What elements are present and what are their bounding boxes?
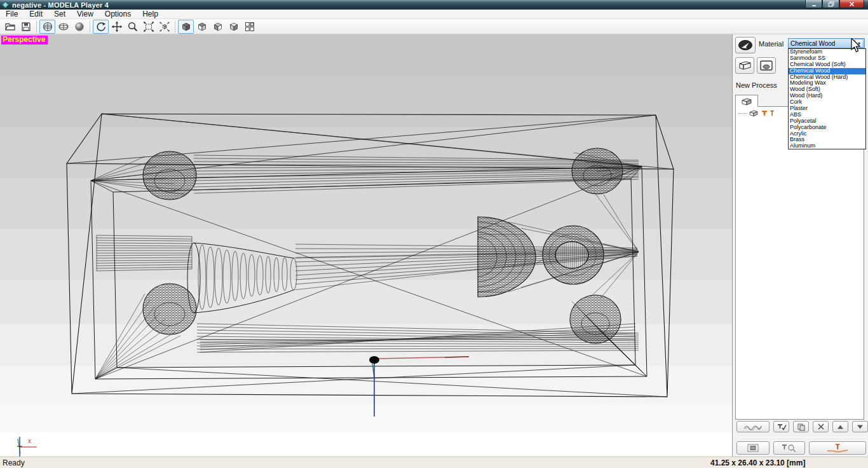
dome-feature (478, 217, 536, 297)
wireframe-view-button[interactable] (39, 20, 55, 34)
cube-view-2-icon (196, 21, 208, 32)
status-message: Ready (3, 458, 25, 467)
app-icon (2, 1, 9, 8)
toolbar-separator (175, 21, 175, 32)
menu-item[interactable]: Options (99, 10, 137, 19)
rotate-icon (95, 21, 107, 32)
panel-divider (735, 437, 865, 437)
menu-item[interactable]: File (0, 10, 24, 19)
app-window: negative - MODELA Player 4 File Edit Set… (0, 0, 868, 468)
model-dimensions: 41.25 x 26.40 x 23.10 [mm] (710, 458, 805, 467)
pan-view-button[interactable] (109, 20, 125, 34)
cube-view-4-icon (228, 21, 240, 32)
corner-cylinder-top-right (572, 148, 623, 194)
multi-view-icon (244, 21, 255, 32)
torus-feature (543, 226, 604, 284)
tool-detail-button[interactable] (773, 441, 805, 455)
material-option[interactable]: Aluminum (789, 143, 865, 149)
origin-setup-button[interactable] (757, 57, 776, 74)
menu-item[interactable]: Edit (24, 10, 48, 19)
open-button[interactable] (2, 20, 18, 34)
start-cutting-icon (825, 443, 850, 453)
save-icon (20, 21, 32, 32)
funnel-throat-lines (97, 235, 192, 271)
menu-item[interactable]: View (71, 10, 99, 19)
wireframe-globe-icon (42, 21, 53, 32)
toolpath-button[interactable] (736, 421, 770, 432)
shaded-sphere-icon (74, 21, 85, 32)
iso-view-2-button[interactable] (194, 20, 210, 34)
window-title: negative - MODELA Player 4 (12, 1, 109, 9)
save-button[interactable] (18, 20, 34, 34)
magnifier-icon (127, 21, 139, 32)
close-icon (849, 1, 855, 7)
zoom-view-button[interactable] (125, 20, 140, 34)
process-tab-cube-icon (741, 97, 752, 106)
preview-icon (747, 443, 759, 453)
tool-detail-icon (781, 443, 797, 453)
model-cube-icon (749, 109, 759, 117)
multi-window-view-button[interactable] (241, 20, 257, 34)
origin-marker (369, 356, 469, 416)
move-down-button[interactable] (852, 421, 868, 432)
title-bar[interactable]: negative - MODELA Player 4 (0, 0, 868, 10)
output-toolbar (733, 441, 868, 455)
process-tree[interactable]: T (735, 106, 864, 420)
origin-setup-icon (759, 60, 773, 71)
wireframe-model: x (0, 34, 732, 457)
material-value: Chemical Wood (789, 40, 855, 47)
zoom-part-view-button[interactable] (156, 20, 172, 34)
open-icon (4, 21, 16, 32)
fit-icon (143, 21, 154, 32)
cube-view-1-icon (180, 21, 192, 32)
rotate-view-button[interactable] (93, 20, 109, 34)
tool-check-icon (776, 423, 787, 431)
maximize-icon (828, 1, 834, 7)
toolbar (0, 19, 868, 34)
menu-item[interactable]: Set (48, 10, 71, 19)
move-up-icon (837, 424, 844, 430)
status-bar: Ready 41.25 x 26.40 x 23.10 [mm] (0, 457, 868, 468)
toolbar-separator (90, 21, 90, 32)
hidden-line-globe-icon (58, 21, 69, 32)
iso-view-3-button[interactable] (210, 20, 226, 34)
start-cutting-button[interactable] (809, 441, 866, 455)
material-dropdown-list[interactable]: Styrenefoam Sanmodur SS Chemical Wood (S… (788, 48, 866, 149)
minimize-icon (811, 1, 817, 7)
milling-tool-icon (761, 109, 768, 117)
move-up-button[interactable] (832, 421, 848, 432)
copy-process-button[interactable] (793, 421, 809, 432)
minimize-button[interactable] (805, 0, 822, 8)
process-tab[interactable] (735, 95, 758, 107)
viewport-3d[interactable]: x Perspective (0, 34, 732, 457)
maximize-button[interactable] (822, 0, 839, 8)
iso-view-4-button[interactable] (226, 20, 241, 34)
move-down-icon (857, 424, 864, 430)
corner-cylinder-bottom-left (143, 284, 196, 334)
hidden-line-view-button[interactable] (55, 20, 71, 34)
machine-select-button[interactable] (735, 37, 756, 53)
tree-branch-line (738, 113, 747, 114)
tool-check-button[interactable] (773, 421, 789, 432)
iso-view-1-button[interactable] (178, 20, 194, 34)
pan-icon (111, 21, 123, 32)
axis-x-label: x (28, 437, 31, 444)
projection-label: Perspective (1, 36, 48, 45)
model-box-button[interactable] (735, 57, 754, 74)
fit-view-button[interactable] (140, 20, 156, 34)
process-toolbar (733, 421, 868, 432)
toolbar-separator (36, 21, 37, 32)
zoom-cube-icon (159, 21, 170, 32)
menu-item[interactable]: Help (137, 10, 164, 19)
mouse-cursor (851, 38, 862, 53)
shaded-view-button[interactable] (71, 20, 87, 34)
menu-bar: File Edit Set View Options Help (0, 10, 868, 19)
toolpath-icon (742, 423, 764, 430)
delete-icon (817, 423, 825, 430)
task-panel: Material Chemical Wood ▼ New Process T (732, 34, 868, 457)
delete-process-button[interactable] (813, 421, 829, 432)
new-process-label: New Process (736, 81, 777, 89)
close-button[interactable] (839, 0, 864, 8)
preview-button[interactable] (736, 441, 770, 455)
machine-select-icon (738, 39, 753, 51)
